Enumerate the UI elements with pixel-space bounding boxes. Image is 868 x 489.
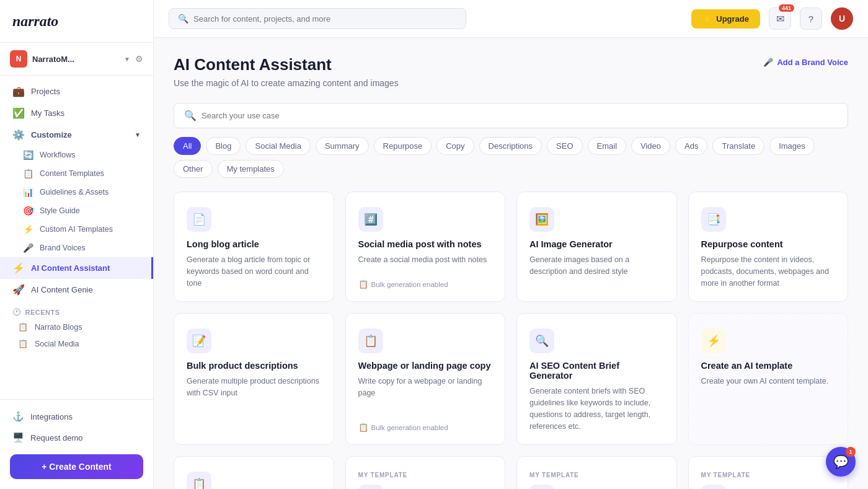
card-title: Bulk product descriptions: [187, 361, 321, 371]
sidebar-item-label: Style Guide: [40, 206, 80, 215]
logo: narrato: [0, 0, 153, 43]
sidebar-item-customize[interactable]: ⚙️ Customize ▼: [0, 124, 153, 146]
notifications-button[interactable]: ✉ 441: [769, 7, 791, 30]
workspace-selector[interactable]: N NarratoM... ▼ ⚙: [0, 43, 153, 76]
usecase-search[interactable]: 🔍: [174, 103, 848, 128]
card-repurpose-content[interactable]: 📑Repurpose contentRepurpose the content …: [688, 192, 849, 302]
recents-icon: 🕐: [12, 308, 22, 316]
sidebar-item-content-templates[interactable]: 📋 Content Templates: [0, 164, 153, 183]
sidebar-item-label: AI Content Assistant: [31, 263, 139, 273]
filter-tag-my-templates[interactable]: My templates: [218, 160, 284, 178]
recent-item-social-media[interactable]: 📋 Social Media: [0, 335, 153, 352]
sidebar-item-style-guide[interactable]: 🎯 Style Guide: [0, 201, 153, 220]
page-content: AI Content Assistant Use the magic of AI…: [154, 38, 868, 489]
card-bulk-product-descriptions[interactable]: 📝Bulk product descriptionsGenerate multi…: [174, 313, 334, 445]
page-header-left: AI Content Assistant Use the magic of AI…: [174, 55, 399, 88]
filter-tag-images[interactable]: Images: [769, 137, 815, 155]
customize-icon: ⚙️: [12, 129, 25, 141]
envelope-icon: ✉: [776, 13, 784, 25]
cards-grid: 📄Long blog articleGenerate a blog articl…: [174, 192, 848, 489]
page-header: AI Content Assistant Use the magic of AI…: [174, 55, 848, 88]
recent-item-label: Narrato Blogs: [35, 323, 82, 332]
notifications-count: 441: [779, 4, 794, 12]
card-icon: 📄: [358, 485, 383, 489]
topbar-right: ⚡ Upgrade ✉ 441 ? U: [691, 7, 853, 30]
sidebar-item-label: Content Templates: [40, 169, 104, 178]
user-avatar[interactable]: U: [831, 7, 853, 30]
card-desc: Create a social media post with notes: [358, 254, 493, 272]
sidebar-nav: 💼 Projects ✅ My Tasks ⚙️ Customize ▼ 🔄 W…: [0, 76, 153, 399]
workspace-name: NarratoM...: [32, 55, 119, 64]
sidebar-item-custom-ai-templates[interactable]: ⚡ Custom AI Templates: [0, 220, 153, 239]
upgrade-label: Upgrade: [716, 14, 749, 24]
settings-icon[interactable]: ⚙: [135, 54, 143, 64]
card-product-reviews[interactable]: MY TEMPLATE📄Product Reviews: [345, 456, 506, 489]
request-demo-icon: 🖥️: [12, 432, 24, 443]
card-title: Repurpose content: [701, 239, 836, 249]
filter-tag-seo[interactable]: SEO: [547, 137, 582, 155]
sidebar-item-my-tasks[interactable]: ✅ My Tasks: [0, 102, 153, 124]
card-create-ai-template[interactable]: ⚡Create an AI templateCreate your own AI…: [688, 313, 849, 445]
card-ai-image-generator[interactable]: 🖼️AI Image GeneratorGenerate images base…: [516, 192, 677, 302]
sidebar-item-ai-content-assistant[interactable]: ⚡ AI Content Assistant: [0, 257, 153, 279]
filter-tag-all[interactable]: All: [174, 137, 201, 155]
filter-tag-translate[interactable]: Translate: [712, 137, 764, 155]
card-ai-topic-generator[interactable]: 📋AI Topic Generator: [174, 456, 334, 489]
bulk-icon: 📋: [358, 280, 368, 289]
card-long-blog-article[interactable]: 📄Long blog articleGenerate a blog articl…: [174, 192, 334, 302]
help-button[interactable]: ?: [800, 7, 822, 30]
sidebar-item-integrations[interactable]: ⚓ Integrations: [10, 406, 143, 427]
filter-tag-social-media[interactable]: Social Media: [246, 137, 310, 155]
card-icon: 📄: [187, 207, 211, 232]
card-webpage-landing-page[interactable]: 📋Webpage or landing page copyWrite copy …: [345, 313, 506, 445]
svg-text:narrato: narrato: [12, 13, 58, 29]
filter-tag-email[interactable]: Email: [588, 137, 627, 155]
usecase-search-input[interactable]: [202, 111, 838, 120]
sidebar-item-brand-voices[interactable]: 🎤 Brand Voices: [0, 239, 153, 257]
filter-tag-blog[interactable]: Blog: [206, 137, 241, 155]
create-content-button[interactable]: + Create Content: [10, 454, 143, 479]
add-brand-voice-link[interactable]: 🎤 Add a Brand Voice: [763, 58, 848, 67]
sidebar-item-workflows[interactable]: 🔄 Workflows: [0, 146, 153, 164]
help-icon: ?: [808, 14, 813, 24]
recent-item-narrato-blogs[interactable]: 📋 Narrato Blogs: [0, 319, 153, 335]
card-newsletter-from-blog[interactable]: MY TEMPLATE📄Newsletter from blog URL: [516, 456, 677, 489]
filter-tag-descriptions[interactable]: Descriptions: [479, 137, 542, 155]
filter-tag-ads[interactable]: Ads: [675, 137, 707, 155]
card-desc: Generate images based on a description a…: [529, 254, 664, 289]
filter-tag-copy[interactable]: Copy: [436, 137, 474, 155]
global-search-input[interactable]: [193, 14, 457, 24]
global-search[interactable]: 🔍: [169, 8, 466, 29]
card-tool-software-desc[interactable]: MY TEMPLATE📄Tool/Software Description fr…: [688, 456, 849, 489]
card-title: Webpage or landing page copy: [358, 361, 493, 371]
my-template-badge: MY TEMPLATE: [529, 472, 664, 478]
sidebar-item-guidelines-assets[interactable]: 📊 Guidelines & Assets: [0, 183, 153, 201]
templates-icon: 📋: [22, 169, 33, 178]
integrations-icon: ⚓: [12, 411, 24, 422]
search-usecase-icon: 🔍: [184, 110, 197, 121]
style-guide-icon: 🎯: [22, 206, 33, 216]
upgrade-button[interactable]: ⚡ Upgrade: [691, 9, 760, 29]
sidebar-item-ai-content-genie[interactable]: 🚀 AI Content Genie: [0, 279, 153, 301]
guidelines-icon: 📊: [22, 187, 33, 197]
filter-tag-other[interactable]: Other: [174, 160, 213, 178]
search-icon: 🔍: [178, 14, 188, 24]
sidebar-item-request-demo[interactable]: 🖥️ Request demo: [10, 427, 143, 448]
card-desc: Generate multiple product descriptions w…: [187, 376, 321, 432]
sidebar-item-label: Projects: [31, 87, 141, 96]
filter-tag-video[interactable]: Video: [631, 137, 670, 155]
recent-item-label: Social Media: [35, 340, 79, 348]
filter-tag-summary[interactable]: Summary: [316, 137, 369, 155]
upgrade-icon: ⚡: [702, 14, 712, 24]
card-icon: 📑: [701, 207, 726, 232]
recents-label: 🕐 Recents: [0, 303, 153, 319]
card-title: AI SEO Content Brief Generator: [529, 361, 664, 381]
card-social-media-post[interactable]: #️⃣Social media post with notesCreate a …: [345, 192, 506, 302]
sidebar-item-projects[interactable]: 💼 Projects: [0, 81, 153, 102]
tasks-icon: ✅: [12, 107, 25, 119]
card-ai-seo-brief[interactable]: 🔍AI SEO Content Brief GeneratorGenerate …: [516, 313, 677, 445]
chat-button[interactable]: 💬 1: [826, 447, 856, 477]
chat-badge: 1: [846, 447, 856, 457]
filter-tag-repurpose[interactable]: Repurpose: [374, 137, 432, 155]
card-icon: 📄: [529, 485, 554, 489]
